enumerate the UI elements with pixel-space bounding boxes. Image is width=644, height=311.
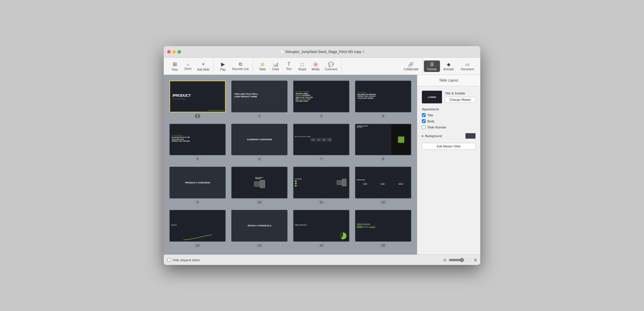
- hide-skipped-checkbox[interactable]: [167, 258, 171, 262]
- slides-panel[interactable]: /PRODUCT BUILD FOR A SUMMARY 1 /TWO-LINE…: [164, 75, 417, 255]
- background-color-swatch[interactable]: [465, 133, 476, 139]
- play-label: Play: [220, 68, 226, 71]
- slide-item-6[interactable]: /COMPANY OVERVIEW 6: [231, 124, 287, 161]
- table-label: Table: [259, 68, 266, 71]
- slide-thumb-4[interactable]: /THE PROBLEM: DESCRIBE THE PROBLEMPRODUC…: [355, 81, 411, 112]
- appearance-label: Appearance: [422, 107, 476, 111]
- table-icon: ⊞: [260, 62, 264, 67]
- slide-number-1: 1: [195, 114, 200, 118]
- slide-thumb-1[interactable]: /PRODUCT BUILD FOR A SUMMARY: [169, 81, 226, 112]
- fullscreen-button[interactable]: [178, 50, 181, 54]
- slide-thumb-7[interactable]: MEET THE PRODUCT TEAM ⊞ ⊞ ⊞ ⊞ ──────── ─…: [293, 124, 349, 156]
- slide-thumb-10[interactable]: MEET PRODUCT:OVERVIEW: [231, 167, 287, 198]
- slide-item-4[interactable]: /THE PROBLEM: DESCRIBE THE PROBLEMPRODUC…: [355, 81, 411, 118]
- slide-thumb-13[interactable]: /TRACTION ─ ─ ─ ─ ─ ─: [169, 210, 226, 242]
- title-checkbox[interactable]: [422, 113, 426, 117]
- zoom-out-icon: ⊟: [443, 258, 446, 262]
- collaborate-icon: 🔗: [408, 62, 414, 67]
- media-button[interactable]: 🌸 Media: [309, 60, 322, 72]
- right-toolbar: ☰ Format ◆ Animate ▭ Document: [424, 60, 477, 72]
- slide-item-7[interactable]: MEET THE PRODUCT TEAM ⊞ ⊞ ⊞ ⊞ ──────── ─…: [293, 124, 349, 161]
- edit-master-slide-button[interactable]: Edit Master Slide: [422, 143, 476, 150]
- slide-thumb-8[interactable]: COMPANY OVERVIEW:KEY FACTS ─ ─ ─ ─ ─ ─: [355, 124, 411, 156]
- slide-number-2: 2: [257, 114, 262, 118]
- change-master-button[interactable]: Change Master: [445, 97, 476, 103]
- view-group: ⊞ View ⌕ Zoom + Add Slide: [167, 58, 214, 75]
- document-button[interactable]: ▭ Document: [457, 60, 477, 72]
- slide-thumb-15[interactable]: MARKET OPPORTUNITY ─ ─ ─ ─ ─ ─ ─: [293, 210, 349, 242]
- slide-thumb-2[interactable]: /TWO-LINE TITLE FOR ALONG PRODUCT NAME ─…: [231, 81, 287, 112]
- animate-button[interactable]: ◆ Animate: [440, 60, 458, 72]
- table-button[interactable]: ⊞ Table: [256, 60, 269, 72]
- shape-button[interactable]: ◻ Shape: [296, 60, 309, 72]
- traffic-lights: [164, 50, 181, 54]
- slide-item-3[interactable]: /THE PRODUCT MISSION: PROVIDE A BRIEFMIS…: [293, 81, 349, 118]
- hide-skipped-area: Hide skipped slides: [167, 258, 200, 262]
- keynote-live-icon: ⧉: [239, 62, 242, 67]
- slide-thumb-12[interactable]: /PRICING MODEL ● $4.99 ● $9.99: [355, 167, 411, 198]
- slide-thumb-6[interactable]: /COMPANY OVERVIEW: [231, 124, 287, 156]
- collaborate-button[interactable]: 🔗 Collaborate: [401, 60, 421, 72]
- slide-item-12[interactable]: /PRICING MODEL ● $4.99 ● $9.99: [355, 167, 411, 204]
- body-checkbox[interactable]: [422, 119, 426, 123]
- format-label: Format: [427, 68, 437, 71]
- add-slide-button[interactable]: + Add Slide: [195, 60, 212, 72]
- sidebar-content: LOREM Title & Subtitle Change Master App…: [417, 86, 480, 154]
- background-toggle[interactable]: ▶ Background: [422, 134, 442, 138]
- view-button[interactable]: ⊞ View: [168, 60, 181, 72]
- slide-item-14[interactable]: /DETAILS & FINANCIALS 14: [231, 210, 287, 247]
- title-chevron-icon: ▾: [363, 50, 364, 53]
- slide-item-16[interactable]: COMPETITIVE LANDSCAPE 16: [355, 210, 411, 247]
- animate-icon: ◆: [447, 62, 450, 67]
- toolbar: ⊞ View ⌕ Zoom + Add Slide ▶ Play ⧉ Keyno…: [164, 58, 480, 75]
- slide-number-16: 16: [380, 243, 386, 247]
- text-button[interactable]: T Text: [283, 60, 295, 72]
- close-button[interactable]: [167, 50, 171, 54]
- format-icon: ☰: [430, 62, 434, 67]
- slide-thumb-9[interactable]: /PRODUCT OVERVIEW: [169, 167, 226, 198]
- play-button[interactable]: ▶ Play: [217, 60, 229, 72]
- slides-grid: /PRODUCT BUILD FOR A SUMMARY 1 /TWO-LINE…: [169, 81, 411, 247]
- slide-item-8[interactable]: COMPANY OVERVIEW:KEY FACTS ─ ─ ─ ─ ─ ─ 8: [355, 124, 411, 161]
- background-section: ▶ Background: [422, 133, 476, 139]
- slide-number-3: 3: [319, 114, 324, 118]
- zoom-icon: ⌕: [187, 62, 189, 67]
- zoom-label: Zoom: [184, 67, 192, 70]
- slide-number-6: 6: [257, 157, 262, 161]
- slide-thumb-14[interactable]: /DETAILS & FINANCIALS: [231, 210, 287, 242]
- chart-label: Chart: [272, 68, 279, 71]
- keynote-live-label: Keynote Live: [232, 67, 249, 71]
- keynote-live-button[interactable]: ⧉ Keynote Live: [230, 60, 251, 72]
- slide-item-9[interactable]: /PRODUCT OVERVIEW 9: [169, 167, 226, 204]
- slide-item-10[interactable]: MEET PRODUCT:OVERVIEW 10: [231, 167, 287, 204]
- chart-button[interactable]: 📊 Chart: [269, 60, 282, 72]
- media-icon: 🌸: [313, 62, 319, 67]
- main-content: /PRODUCT BUILD FOR A SUMMARY 1 /TWO-LINE…: [164, 75, 480, 255]
- slide-thumb-5[interactable]: /THE OPPORTUNITY: ELEVATOR PITCH OF THES…: [169, 124, 226, 156]
- bottom-bar: Hide skipped slides ⊟ ⊞: [164, 255, 480, 265]
- slide-number-9: 9: [195, 200, 200, 204]
- right-sidebar: Slide Layout LOREM Title & Subtitle Chan…: [417, 75, 480, 255]
- slide-thumb-3[interactable]: /THE PRODUCT MISSION: PROVIDE A BRIEFMIS…: [293, 81, 349, 112]
- minimize-button[interactable]: [172, 50, 176, 54]
- slide-number-checkbox-label: Slide Number: [427, 126, 447, 129]
- slide-number-15: 15: [318, 243, 325, 247]
- format-button[interactable]: ☰ Format: [424, 60, 440, 72]
- hide-skipped-label: Hide skipped slides: [173, 258, 200, 262]
- comment-button[interactable]: 💬 Comment: [323, 60, 340, 72]
- slide-item-5[interactable]: /THE OPPORTUNITY: ELEVATOR PITCH OF THES…: [169, 124, 226, 161]
- zoom-controls: ⊟ ⊞: [443, 258, 477, 262]
- slide-thumb-11[interactable]: KEY FEATURES ───── ───── ─────: [293, 167, 349, 198]
- slide-item-2[interactable]: /TWO-LINE TITLE FOR ALONG PRODUCT NAME ─…: [231, 81, 287, 118]
- zoom-button[interactable]: ⌕ Zoom: [182, 61, 194, 71]
- slide-item-13[interactable]: /TRACTION ─ ─ ─ ─ ─ ─ 13: [169, 210, 226, 247]
- sidebar-header: Slide Layout: [417, 75, 480, 86]
- slide-thumb-16[interactable]: COMPETITIVE LANDSCAPE: [355, 210, 411, 242]
- zoom-slider[interactable]: [449, 258, 472, 262]
- slide-item-15[interactable]: MARKET OPPORTUNITY ─ ─ ─ ─ ─ ─ ─ 15: [293, 210, 349, 247]
- window-title: Disruptor_JumpStart-Seed_Stage_Pitch-HD …: [285, 50, 361, 54]
- master-name-label: Title & Subtitle: [445, 92, 476, 95]
- slide-item-1[interactable]: /PRODUCT BUILD FOR A SUMMARY 1: [169, 81, 226, 118]
- slide-number-checkbox[interactable]: [422, 125, 426, 129]
- slide-item-11[interactable]: KEY FEATURES ───── ───── ───── 11: [293, 167, 349, 204]
